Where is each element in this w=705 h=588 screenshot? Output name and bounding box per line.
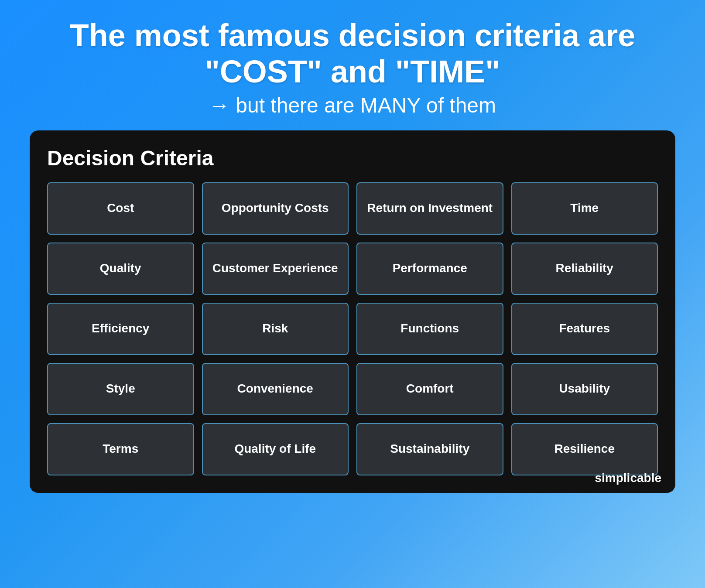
grid-item-label: Risk	[262, 321, 288, 336]
grid-item-label: Cost	[107, 200, 134, 216]
grid-item: Sustainability	[356, 423, 503, 475]
grid-item-label: Efficiency	[92, 321, 149, 336]
grid-item-label: Quality	[100, 260, 141, 276]
grid-item: Usability	[511, 363, 658, 415]
main-title: The most famous decision criteria are "C…	[26, 17, 679, 90]
grid-item: Style	[47, 363, 194, 415]
grid-item: Efficiency	[47, 303, 194, 355]
grid-item: Return on Investment	[356, 182, 503, 235]
card-title: Decision Criteria	[47, 146, 658, 170]
grid-item: Terms	[47, 423, 194, 475]
grid-item: Time	[511, 182, 658, 235]
grid-item-label: Features	[559, 321, 610, 336]
header: The most famous decision criteria are "C…	[0, 0, 705, 130]
grid-item: Risk	[202, 303, 349, 355]
criteria-grid: CostOpportunity CostsReturn on Investmen…	[47, 182, 658, 475]
grid-item: Comfort	[356, 363, 503, 415]
grid-item-label: Customer Experience	[212, 260, 338, 276]
grid-item: Customer Experience	[202, 243, 349, 295]
grid-item-label: Style	[106, 381, 135, 397]
grid-item-label: Opportunity Costs	[222, 200, 329, 216]
grid-item: Convenience	[202, 363, 349, 415]
grid-item-label: Comfort	[406, 381, 454, 397]
grid-item: Cost	[47, 182, 194, 235]
grid-item-label: Resilience	[554, 441, 615, 457]
grid-item: Reliability	[511, 243, 658, 295]
grid-item-label: Return on Investment	[367, 200, 493, 216]
subtitle: → but there are MANY of them	[26, 93, 679, 117]
grid-item-label: Functions	[400, 321, 459, 336]
grid-item-label: Performance	[393, 260, 467, 276]
grid-item: Opportunity Costs	[202, 182, 349, 235]
grid-item: Functions	[356, 303, 503, 355]
grid-item-label: Time	[570, 200, 599, 216]
grid-item: Quality	[47, 243, 194, 295]
grid-item-label: Terms	[103, 441, 138, 457]
grid-item-label: Quality of Life	[234, 441, 316, 457]
grid-item-label: Usability	[559, 381, 610, 397]
grid-item: Performance	[356, 243, 503, 295]
decision-criteria-card: Decision Criteria CostOpportunity CostsR…	[30, 130, 675, 493]
grid-item: Quality of Life	[202, 423, 349, 475]
grid-item-label: Reliability	[556, 260, 613, 276]
grid-item: Resilience	[511, 423, 658, 475]
grid-item: Features	[511, 303, 658, 355]
grid-item-label: Sustainability	[390, 441, 469, 457]
brand-label: simplicable	[595, 471, 661, 485]
grid-item-label: Convenience	[237, 381, 313, 397]
